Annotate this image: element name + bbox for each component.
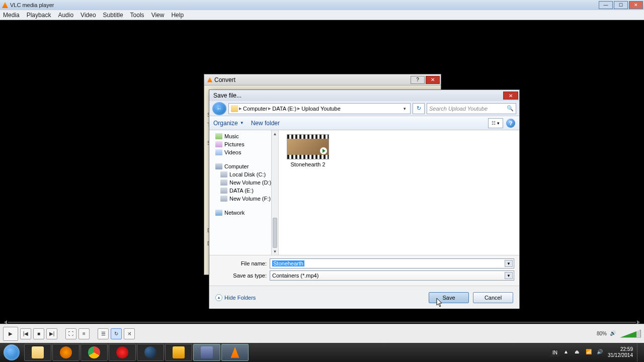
tree-network[interactable]: Network bbox=[209, 209, 278, 217]
chevron-down-icon: ▼ bbox=[240, 121, 244, 125]
tray-safe-remove-icon[interactable]: ⏏ bbox=[575, 349, 582, 356]
filename-form: File name: Stonehearth ▼ Save as type: C… bbox=[209, 255, 519, 286]
dialog-button-row: ▴ Hide Folders Save Cancel bbox=[209, 286, 519, 309]
taskbar-chrome[interactable] bbox=[80, 344, 108, 361]
playlist-button[interactable]: ☰ bbox=[98, 328, 109, 339]
fraps-icon bbox=[201, 346, 213, 358]
taskbar-explorer[interactable] bbox=[24, 344, 51, 361]
prev-button[interactable]: |◀ bbox=[20, 328, 31, 339]
vlc-menubar: Media Playback Audio Video Subtitle Tool… bbox=[0, 10, 644, 20]
show-desktop-button[interactable] bbox=[637, 343, 642, 361]
scroll-down-icon[interactable]: ▼ bbox=[272, 248, 278, 255]
savetype-dropdown[interactable]: ▼ bbox=[505, 272, 513, 279]
tray-network-icon[interactable]: 📶 bbox=[586, 349, 593, 356]
play-button[interactable]: ▶ bbox=[3, 327, 18, 341]
language-indicator[interactable]: IN bbox=[550, 349, 559, 356]
stop-button[interactable]: ■ bbox=[33, 328, 44, 339]
start-button[interactable] bbox=[0, 343, 23, 362]
convert-titlebar[interactable]: Convert ? ✕ bbox=[204, 74, 441, 85]
refresh-button[interactable]: ↻ bbox=[413, 103, 425, 114]
tree-new-f[interactable]: New Volume (F:) bbox=[209, 195, 278, 203]
taskbar-vlc[interactable] bbox=[221, 344, 249, 361]
close-button[interactable]: ✕ bbox=[629, 1, 643, 9]
vlc-cone-icon bbox=[2, 2, 8, 8]
breadcrumb-dropdown[interactable]: ▾ bbox=[401, 106, 408, 111]
taskbar-steam[interactable] bbox=[137, 344, 164, 361]
minimize-button[interactable]: — bbox=[599, 1, 613, 9]
tree-videos[interactable]: Videos bbox=[209, 148, 278, 156]
scroll-up-icon[interactable]: ▲ bbox=[272, 130, 278, 137]
seek-track[interactable] bbox=[8, 322, 636, 323]
taskbar-opera[interactable] bbox=[109, 344, 136, 361]
scroll-thumb[interactable] bbox=[273, 218, 277, 248]
shuffle-button[interactable]: ⤨ bbox=[124, 328, 135, 339]
drive-icon bbox=[220, 188, 227, 194]
taskbar-fraps[interactable] bbox=[193, 344, 220, 361]
drive-icon bbox=[220, 171, 227, 177]
file-item[interactable]: Stonehearth 2 bbox=[283, 134, 333, 167]
drive-icon bbox=[220, 179, 227, 186]
breadcrumb[interactable]: ▸ Computer ▸ DATA (E:) ▸ Upload Youtube … bbox=[228, 103, 411, 114]
menu-view[interactable]: View bbox=[151, 12, 165, 19]
tray-clock[interactable]: 22:59 31/12/2014 bbox=[608, 346, 633, 358]
chevron-right-icon[interactable]: ▸ bbox=[268, 105, 271, 112]
crumb-folder[interactable]: Upload Youtube bbox=[301, 106, 341, 112]
back-button[interactable]: ← bbox=[212, 102, 226, 115]
next-button[interactable]: ▶| bbox=[46, 328, 57, 339]
tree-pictures[interactable]: Pictures bbox=[209, 140, 278, 148]
cancel-button[interactable]: Cancel bbox=[473, 292, 513, 303]
volume-percent: 80% bbox=[597, 331, 607, 336]
address-bar-row: ← ▸ Computer ▸ DATA (E:) ▸ Upload Youtub… bbox=[209, 101, 519, 116]
new-folder-button[interactable]: New folder bbox=[251, 120, 280, 127]
tray-volume-icon[interactable]: 🔊 bbox=[597, 349, 604, 356]
file-list[interactable]: Stonehearth 2 bbox=[279, 130, 519, 255]
save-dialog-close-button[interactable]: ✕ bbox=[503, 92, 518, 100]
fullscreen-button[interactable]: ⛶ bbox=[65, 328, 76, 339]
menu-help[interactable]: Help bbox=[171, 12, 184, 19]
play-badge-icon bbox=[320, 147, 327, 154]
hide-folders-button[interactable]: ▴ Hide Folders bbox=[215, 294, 256, 301]
tree-computer[interactable]: Computer bbox=[209, 162, 278, 170]
maximize-button[interactable]: ☐ bbox=[614, 1, 628, 9]
menu-audio[interactable]: Audio bbox=[58, 12, 73, 19]
crumb-computer[interactable]: Computer bbox=[243, 106, 267, 112]
savetype-select[interactable]: Containers (*.mp4) ▼ bbox=[270, 270, 514, 281]
chevron-right-icon[interactable]: ▸ bbox=[239, 105, 242, 112]
menu-playback[interactable]: Playback bbox=[27, 12, 51, 19]
convert-help-button[interactable]: ? bbox=[411, 76, 425, 84]
help-icon[interactable]: ? bbox=[506, 119, 515, 128]
vlc-titlebar[interactable]: VLC media player — ☐ ✕ bbox=[0, 0, 644, 10]
tree-data-e[interactable]: DATA (E:) bbox=[209, 187, 278, 195]
save-titlebar[interactable]: Save file... ✕ bbox=[209, 90, 519, 101]
filename-input[interactable]: Stonehearth ▼ bbox=[270, 258, 514, 268]
tree-new-d[interactable]: New Volume (D:) bbox=[209, 178, 278, 187]
tree-music[interactable]: Music bbox=[209, 132, 278, 140]
tray-flag-icon[interactable]: ▲ bbox=[564, 349, 571, 356]
menu-tools[interactable]: Tools bbox=[130, 12, 144, 19]
search-placeholder: Search Upload Youtube bbox=[429, 106, 488, 112]
opera-icon bbox=[116, 346, 128, 358]
organize-menu[interactable]: Organize▼ bbox=[213, 120, 244, 127]
app-icon bbox=[173, 346, 185, 358]
menu-media[interactable]: Media bbox=[3, 12, 20, 19]
chevron-right-icon[interactable]: ▸ bbox=[297, 105, 300, 112]
taskbar-wmp[interactable] bbox=[52, 344, 79, 361]
search-icon[interactable]: 🔍 bbox=[507, 105, 514, 112]
tree-scrollbar[interactable]: ▲ ▼ bbox=[271, 130, 278, 255]
crumb-drive[interactable]: DATA (E:) bbox=[272, 106, 296, 112]
music-icon bbox=[215, 133, 222, 139]
mute-icon[interactable]: 🔊 bbox=[610, 330, 617, 337]
volume-slider[interactable] bbox=[620, 330, 641, 338]
vlc-title: VLC media player bbox=[10, 2, 54, 8]
save-button[interactable]: Save bbox=[429, 292, 469, 303]
loop-button[interactable]: ↻ bbox=[111, 328, 122, 339]
search-input[interactable]: Search Upload Youtube 🔍 bbox=[427, 103, 516, 114]
tree-local-c[interactable]: Local Disk (C:) bbox=[209, 170, 278, 178]
view-mode-button[interactable]: ☷ ▾ bbox=[488, 118, 503, 128]
ext-settings-button[interactable]: ≡ bbox=[78, 328, 90, 339]
menu-video[interactable]: Video bbox=[80, 12, 96, 19]
menu-subtitle[interactable]: Subtitle bbox=[103, 12, 123, 19]
filename-history-dropdown[interactable]: ▼ bbox=[505, 260, 513, 267]
convert-close-button[interactable]: ✕ bbox=[426, 76, 440, 84]
taskbar-app[interactable] bbox=[165, 344, 192, 361]
